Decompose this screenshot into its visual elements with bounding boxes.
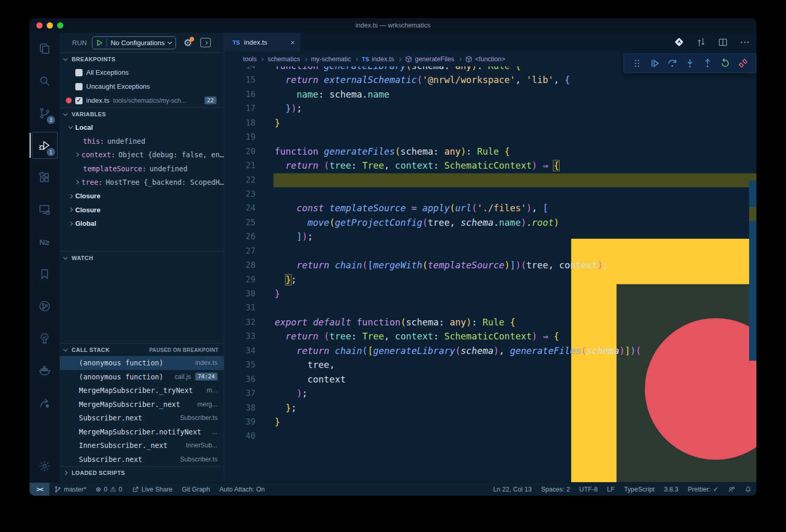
close-tab-icon[interactable]: × [290, 38, 295, 47]
cursor-position[interactable]: Ln 22, Col 13 [489, 483, 536, 496]
line-number[interactable]: 37 [224, 387, 255, 401]
activity-bar-item-bookmarks[interactable] [30, 258, 60, 290]
breadcrumb-item[interactable]: TSindex.ts [362, 56, 394, 63]
call-stack-frame[interactable]: (anonymous function)index.ts [60, 356, 224, 370]
code-line-40[interactable]: 40 [224, 429, 756, 443]
line-number[interactable]: 30 [224, 287, 255, 301]
line-number[interactable]: 17 [224, 102, 255, 116]
format-prettier-icon[interactable] [674, 37, 685, 48]
variable-row-tree[interactable]: tree:HostTree {_backend: ScopedH… [60, 175, 224, 189]
chevron-right-icon[interactable] [75, 180, 79, 184]
indentation-status[interactable]: Spaces: 2 [536, 483, 575, 496]
feedback-button[interactable] [723, 483, 740, 496]
variable-row-global[interactable]: Global [60, 217, 224, 231]
problems-status[interactable]: ⊗ 0 ⚠ 0 [91, 483, 127, 496]
activity-bar-item-docker[interactable] [30, 354, 60, 387]
code-line-21[interactable]: 21 return (tree: Tree, context: Schemati… [224, 159, 756, 173]
line-number[interactable]: 19 [224, 130, 255, 144]
line-number[interactable]: 38 [224, 401, 255, 415]
code-line-36[interactable]: 36 context [224, 373, 756, 387]
line-number[interactable]: 39 [224, 415, 255, 429]
code-editor[interactable]: 14function generateLibrary(schema: any):… [224, 66, 756, 482]
activity-bar-item-nx-console[interactable]: N≥ [30, 226, 60, 258]
chevron-right-icon[interactable] [69, 222, 73, 226]
step-into-button[interactable] [683, 57, 697, 70]
checkbox-unchecked[interactable] [75, 83, 83, 90]
line-number[interactable]: 32 [224, 316, 255, 330]
line-number[interactable]: 15 [224, 73, 255, 87]
chevron-right-icon[interactable] [75, 153, 79, 157]
variables-section-header[interactable]: VARIABLES [60, 107, 224, 120]
variable-row-closure[interactable]: Closure [60, 189, 224, 203]
code-line-16[interactable]: 16 name: schema.name [224, 88, 756, 102]
code-line-18[interactable]: 18} [224, 116, 756, 130]
line-number[interactable]: 36 [224, 373, 255, 387]
git-branch-status[interactable]: master* [49, 483, 91, 496]
line-number[interactable]: 26 [224, 230, 255, 244]
variable-row-local[interactable]: Local [60, 120, 224, 134]
close-window-button[interactable] [36, 22, 43, 29]
code-line-20[interactable]: 20function generateFiles(schema: any): R… [224, 145, 756, 159]
line-number[interactable]: 28 [224, 258, 255, 272]
tab-index-ts[interactable]: TS index.ts × [224, 33, 300, 52]
breadcrumb-item[interactable]: schematics [267, 56, 300, 63]
breadcrumb-item[interactable]: my-schematic [311, 56, 351, 63]
breakpoints-section-header[interactable]: BREAKPOINTS [60, 52, 224, 65]
code-line-23[interactable]: 23 [224, 187, 756, 201]
git-graph-button[interactable]: Git Graph [177, 483, 214, 496]
code-line-22[interactable]: 22 context.logger.info('adding NOTES.md … [224, 173, 756, 187]
chevron-down-icon[interactable] [69, 125, 73, 129]
activity-bar-item-run-and-debug[interactable]: 1 [30, 129, 60, 161]
continue-button[interactable] [648, 57, 661, 70]
language-mode[interactable]: TypeScript [619, 483, 659, 496]
more-actions-icon[interactable] [739, 37, 750, 48]
activity-bar-item-explorer[interactable] [30, 33, 60, 65]
loaded-scripts-section-header[interactable]: LOADED SCRIPTS [60, 466, 224, 479]
notifications-bell[interactable] [740, 483, 756, 496]
call-stack-frame[interactable]: MergeMapSubscriber._nextmerg... [60, 398, 224, 412]
start-debug-icon[interactable] [97, 39, 103, 46]
code-line-17[interactable]: 17 }); [224, 102, 756, 116]
breakpoint-all-exceptions[interactable]: All Exceptions [60, 65, 224, 79]
activity-bar-item-settings[interactable] [30, 450, 60, 482]
live-share-button[interactable]: Live Share [127, 483, 178, 496]
code-line-29[interactable]: 29 }; [224, 273, 756, 287]
line-number[interactable]: 27 [224, 244, 255, 258]
disconnect-button[interactable] [736, 57, 750, 70]
debug-console-icon[interactable] [200, 38, 211, 47]
line-number[interactable]: 25 [224, 216, 255, 230]
typescript-version[interactable]: 3.8.3 [659, 483, 683, 496]
breakpoint-uncaught-exceptions[interactable]: Uncaught Exceptions [60, 79, 224, 93]
restart-button[interactable] [719, 57, 732, 70]
step-over-button[interactable] [666, 57, 679, 70]
line-number[interactable]: 20 [224, 145, 255, 159]
activity-bar-item-project-manager[interactable] [30, 387, 60, 419]
code-line-19[interactable]: 19 [224, 130, 756, 144]
call-stack-frame[interactable]: Subscriber.nextSubscriber.ts [60, 411, 224, 425]
call-stack-frame[interactable]: Subscriber.nextSubscriber.ts [60, 453, 224, 467]
variable-row-closure[interactable]: Closure [60, 203, 224, 217]
breadcrumb-item[interactable]: tools [243, 56, 256, 63]
variable-row-context[interactable]: context:Object {debug: false, en… [60, 148, 224, 162]
eol-status[interactable]: LF [602, 483, 619, 496]
line-number[interactable]: 40 [224, 429, 255, 443]
encoding-status[interactable]: UTF-8 [575, 483, 602, 496]
minimize-window-button[interactable] [47, 22, 53, 29]
line-number[interactable]: 21 [224, 159, 255, 173]
variable-row-this[interactable]: this:undefined [60, 134, 224, 148]
call-stack-section-header[interactable]: CALL STACK PAUSED ON BREAKPOINT [60, 343, 224, 356]
debug-settings-gear[interactable]: ⚙ [183, 38, 192, 48]
code-line-35[interactable]: 35 tree, [224, 358, 756, 372]
chevron-right-icon[interactable] [69, 208, 73, 212]
launch-configuration-dropdown[interactable]: No Configurations [92, 36, 176, 49]
line-number[interactable]: 31 [224, 301, 255, 315]
auto-attach-status[interactable]: Auto Attach: On [215, 483, 270, 496]
activity-bar-item-search[interactable] [30, 65, 60, 97]
line-number[interactable]: 22 [224, 173, 255, 187]
code-line-30[interactable]: 30} [224, 287, 756, 301]
code-line-39[interactable]: 39} [224, 415, 756, 429]
call-stack-frame[interactable]: MergeMapSubscriber.notifyNext... [60, 425, 224, 439]
prettier-status[interactable]: Prettier: ✓ [683, 483, 723, 496]
line-number[interactable]: 24 [224, 201, 255, 215]
code-line-38[interactable]: 38 }; [224, 401, 756, 415]
